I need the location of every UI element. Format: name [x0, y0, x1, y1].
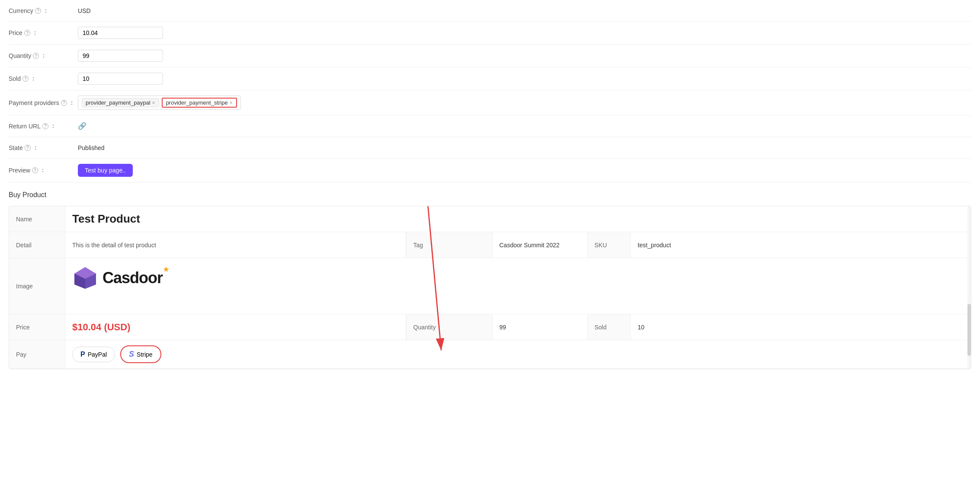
- price-value: [78, 27, 971, 39]
- bp-quantity-value: 99: [493, 314, 588, 340]
- quantity-label: Quantity ?：: [9, 52, 78, 60]
- bp-tag-value: Casdoor Summit 2022: [493, 232, 588, 258]
- scrollbar-thumb[interactable]: [967, 304, 971, 356]
- bp-price-row: Price $10.04 (USD) Quantity 99 Sold 10: [9, 314, 971, 340]
- return-url-value: 🔗: [78, 122, 971, 130]
- buy-product-title: Buy Product: [9, 191, 971, 199]
- payment-providers-label: Payment providers ?：: [9, 99, 78, 107]
- bp-price-label: Price: [9, 314, 65, 340]
- price-label-text: Price: [9, 29, 22, 36]
- product-sold-text: 10: [638, 324, 645, 331]
- state-help-icon[interactable]: ?: [25, 145, 31, 151]
- preview-row: Preview ?： Test buy page..: [9, 159, 971, 182]
- bp-sold-label: Sold: [588, 314, 631, 340]
- bp-pay-label: Pay: [9, 340, 65, 368]
- currency-label-text: Currency: [9, 7, 33, 14]
- test-buy-page-button[interactable]: Test buy page..: [78, 164, 133, 177]
- price-input[interactable]: [78, 27, 163, 39]
- scrollbar-track[interactable]: [967, 206, 971, 369]
- currency-help-icon[interactable]: ?: [35, 8, 41, 14]
- payment-providers-label-text: Payment providers: [9, 99, 59, 106]
- bp-quantity-label: Quantity: [406, 314, 493, 340]
- bp-detail-value: This is the detail of test product: [65, 232, 406, 258]
- bp-detail-row: Detail This is the detail of test produc…: [9, 232, 971, 258]
- bp-tag-label: Tag: [406, 232, 493, 258]
- bp-price-value: $10.04 (USD): [65, 314, 406, 340]
- product-detail-text: This is the detail of test product: [72, 242, 156, 249]
- sold-label-text: Sold: [9, 75, 21, 82]
- quantity-row: Quantity ?：: [9, 45, 971, 67]
- stripe-tag: provider_payment_stripe ×: [162, 98, 237, 108]
- state-row: State ?： Published: [9, 137, 971, 159]
- bp-pay-row: Pay P PayPal S Stripe: [9, 340, 971, 369]
- return-url-row: Return URL ?： 🔗: [9, 115, 971, 137]
- return-url-help-icon[interactable]: ?: [42, 123, 48, 129]
- product-price-text: $10.04 (USD): [72, 322, 131, 333]
- bp-name-label: Name: [9, 206, 65, 232]
- price-label: Price ?：: [9, 29, 78, 37]
- casdoor-logo: Casdoor ★: [72, 265, 964, 291]
- preview-value: Test buy page..: [78, 164, 971, 177]
- star-icon: ★: [163, 265, 170, 274]
- bp-image-row: Image Casdoor ★: [9, 258, 971, 314]
- casdoor-text: Casdoor: [102, 269, 163, 287]
- sold-input[interactable]: [78, 73, 163, 85]
- product-sku-text: test_product: [638, 242, 671, 249]
- stripe-button[interactable]: S Stripe: [120, 345, 161, 363]
- currency-row: Currency ?： USD: [9, 0, 971, 22]
- buy-product-section: Buy Product Name Test Product Detail Thi…: [9, 191, 971, 369]
- bp-name-value: Test Product: [65, 206, 971, 232]
- bp-image-value: Casdoor ★: [65, 258, 971, 314]
- return-url-label-text: Return URL: [9, 123, 41, 130]
- payment-providers-value: provider_payment_paypal × provider_payme…: [78, 96, 971, 110]
- bp-sku-label: SKU: [588, 232, 631, 258]
- stripe-logo-icon: S: [129, 350, 134, 359]
- bp-name-row: Name Test Product: [9, 206, 971, 232]
- payment-providers-help-icon[interactable]: ?: [61, 100, 67, 106]
- quantity-help-icon[interactable]: ?: [33, 53, 39, 59]
- preview-label-text: Preview: [9, 167, 30, 174]
- sold-row: Sold ?：: [9, 67, 971, 90]
- price-row: Price ?：: [9, 22, 971, 45]
- stripe-tag-close[interactable]: ×: [230, 100, 233, 106]
- return-url-label: Return URL ?：: [9, 122, 78, 130]
- product-quantity-text: 99: [500, 324, 506, 331]
- state-label: State ?：: [9, 144, 78, 152]
- paypal-tag-text: provider_payment_paypal: [86, 99, 151, 106]
- sold-label: Sold ?：: [9, 75, 78, 83]
- preview-help-icon[interactable]: ?: [32, 167, 38, 173]
- link-icon: 🔗: [78, 122, 86, 130]
- price-help-icon[interactable]: ?: [24, 30, 30, 36]
- state-text: Published: [78, 144, 105, 151]
- bp-pay-value: P PayPal S Stripe: [65, 340, 971, 368]
- bp-sku-value: test_product: [631, 232, 971, 258]
- currency-text: USD: [78, 7, 91, 14]
- product-name: Test Product: [72, 212, 140, 226]
- bp-sold-value: 10: [631, 314, 971, 340]
- paypal-button-label: PayPal: [88, 351, 107, 358]
- tags-container: provider_payment_paypal × provider_payme…: [78, 96, 241, 110]
- sold-help-icon[interactable]: ?: [22, 76, 29, 82]
- currency-value: USD: [78, 7, 971, 14]
- quantity-value: [78, 50, 971, 62]
- payment-providers-row: Payment providers ?： provider_payment_pa…: [9, 90, 971, 115]
- paypal-button[interactable]: P PayPal: [72, 347, 115, 362]
- paypal-logo-icon: P: [80, 351, 85, 358]
- paypal-tag-close[interactable]: ×: [152, 100, 155, 106]
- quantity-label-text: Quantity: [9, 52, 31, 59]
- stripe-tag-text: provider_payment_stripe: [166, 99, 228, 106]
- quantity-input[interactable]: [78, 50, 163, 62]
- buy-product-card: Name Test Product Detail This is the det…: [9, 206, 971, 369]
- preview-label: Preview ?：: [9, 166, 78, 174]
- bp-image-label: Image: [9, 258, 65, 314]
- casdoor-cube-icon: [72, 265, 98, 291]
- sold-value: [78, 73, 971, 85]
- state-value: Published: [78, 144, 971, 151]
- currency-label: Currency ?：: [9, 7, 78, 15]
- stripe-button-label: Stripe: [137, 351, 153, 358]
- pay-buttons: P PayPal S Stripe: [72, 345, 161, 363]
- form-container: Currency ?： USD Price ?： Quantity ?： Sol…: [0, 0, 980, 369]
- paypal-tag: provider_payment_paypal ×: [82, 98, 159, 107]
- product-tag-text: Casdoor Summit 2022: [500, 242, 560, 249]
- state-label-text: State: [9, 144, 23, 151]
